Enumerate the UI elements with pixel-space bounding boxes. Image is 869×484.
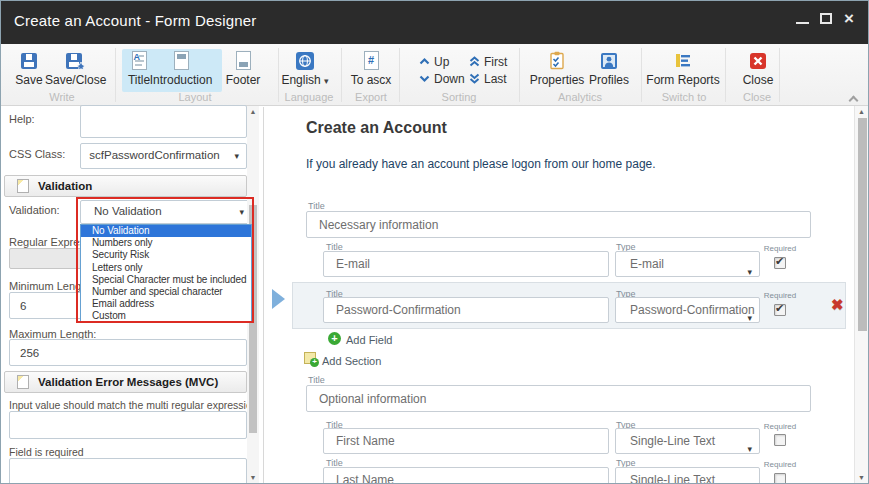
help-input[interactable] (80, 105, 247, 138)
window-close-icon: × (844, 9, 854, 29)
form-designer-window: Create an Account - Form Designer × Save… (0, 0, 869, 484)
field-title-input[interactable] (323, 297, 609, 323)
double-chevron-up-icon (469, 56, 480, 67)
toolbar-separator (341, 48, 342, 102)
validation-option[interactable]: Numbers only (81, 237, 251, 249)
error-message-2-input[interactable] (9, 458, 247, 484)
sort-up-button[interactable]: Up (419, 54, 449, 69)
language-dropdown-button[interactable]: English ▾ (279, 50, 331, 92)
validation-section-header[interactable]: Validation (4, 175, 247, 197)
validation-option[interactable]: Custom (81, 310, 251, 322)
group-label-layout: Layout (119, 91, 271, 103)
close-form-button[interactable]: Close (734, 50, 782, 92)
required-checkbox[interactable] (774, 434, 786, 446)
css-class-select[interactable]: scfPasswordConfirmation ▾ (80, 143, 247, 169)
validation-option[interactable]: Security Risk (81, 249, 251, 261)
field-type-select[interactable]: Password-Confirmation ▾ (615, 297, 760, 323)
minimize-button[interactable] (793, 9, 813, 31)
required-label: Required (762, 244, 798, 253)
footer-button[interactable]: Footer (219, 50, 267, 92)
chevron-down-icon: ▾ (747, 260, 752, 284)
scroll-down-icon[interactable]: ▼ (247, 473, 259, 483)
toolbar-separator (725, 48, 726, 102)
group-label-close: Close (729, 91, 785, 103)
maximize-button[interactable] (817, 9, 837, 31)
scroll-up-icon[interactable]: ▲ (247, 107, 259, 117)
form-heading: Create an Account (306, 119, 447, 137)
validation-option[interactable]: Email address (81, 298, 251, 310)
section-title-label: Title (308, 201, 325, 211)
group-label-export: Export (345, 91, 397, 103)
maximize-icon (820, 13, 832, 24)
required-checkbox[interactable] (774, 473, 786, 484)
sort-down-button[interactable]: Down (419, 71, 465, 86)
toolbar: Save Save/Close A Title Introduction (1, 44, 868, 106)
field-title-input[interactable] (323, 428, 609, 454)
add-field-link[interactable]: Add Field (346, 334, 392, 346)
chevron-down-icon (419, 74, 430, 83)
scroll-down-icon[interactable]: ▼ (855, 473, 868, 483)
double-chevron-down-icon (469, 73, 480, 84)
validation-option[interactable]: No Validation (81, 225, 251, 237)
save-button[interactable]: Save (9, 50, 49, 92)
save-close-button[interactable]: Save/Close (45, 50, 105, 92)
field-title-input[interactable] (323, 467, 609, 484)
field-title-input[interactable] (323, 251, 609, 277)
properties-button[interactable]: Properties (529, 50, 585, 92)
error-message-2-label: Field is required (9, 446, 84, 458)
group-label-write: Write (9, 91, 115, 103)
add-section-link[interactable]: Add Section (322, 355, 381, 367)
to-ascx-button[interactable]: # To ascx (347, 50, 395, 92)
sort-last-button[interactable]: Last (469, 71, 507, 86)
validation-option[interactable]: Number and special character (81, 286, 251, 298)
field-type-select[interactable]: E-mail ▾ (615, 251, 760, 277)
footer-doc-icon (219, 50, 267, 71)
scroll-up-icon[interactable]: ▲ (855, 107, 868, 117)
field-type-select[interactable]: Single-Line Text ▾ (615, 428, 760, 454)
collapse-toolbar-button[interactable] (850, 94, 858, 102)
selected-field-pointer-icon (272, 289, 285, 309)
minimize-icon (796, 22, 809, 24)
required-checkbox[interactable] (774, 304, 786, 316)
introduction-button[interactable]: Introduction (149, 50, 213, 92)
validation-select[interactable]: No Validation ▾ (80, 200, 252, 224)
form-intro: If you already have an account please lo… (306, 157, 656, 171)
validation-option[interactable]: Letters only (81, 262, 251, 274)
error-messages-section-header[interactable]: Validation Error Messages (MVC) (4, 371, 247, 393)
chevron-down-icon: ▾ (747, 306, 752, 330)
chevron-down-icon: ▾ (239, 207, 244, 217)
required-checkbox[interactable] (774, 257, 786, 269)
error-message-1-input[interactable] (9, 411, 247, 439)
validation-option[interactable]: Special Character must be included (81, 274, 251, 286)
profiles-person-icon (585, 50, 633, 71)
section-page-icon (17, 375, 29, 389)
section-title-input[interactable] (306, 211, 811, 238)
help-label: Help: (9, 113, 35, 125)
group-label-sorting: Sorting (403, 91, 515, 103)
add-field-icon[interactable]: + (328, 332, 341, 345)
introduction-doc-icon (149, 50, 213, 71)
section-title-label: Title (308, 375, 325, 385)
form-scrollbar[interactable]: ▲ ▼ (854, 106, 868, 484)
add-section-icon[interactable]: + (304, 352, 316, 364)
panel-divider (263, 107, 264, 484)
toolbar-separator (115, 48, 116, 102)
globe-icon (279, 50, 331, 71)
chevron-down-icon: ▾ (747, 437, 752, 461)
form-reports-icon (645, 50, 721, 71)
field-type-select[interactable]: Single-Line Text ▾ (615, 467, 760, 484)
profiles-button[interactable]: Profiles (585, 50, 633, 92)
chevron-down-icon: ▾ (234, 151, 239, 161)
delete-field-icon[interactable]: ✖ (831, 296, 844, 314)
chevron-up-icon (849, 96, 859, 106)
section-title-input[interactable] (306, 385, 811, 412)
window-title: Create an Account - Form Designer (14, 12, 257, 29)
section-page-icon (17, 179, 29, 193)
form-reports-button[interactable]: Form Reports (645, 50, 721, 92)
maximum-length-input[interactable] (9, 339, 247, 366)
toolbar-separator (641, 48, 642, 102)
form-scrollbar-thumb[interactable] (858, 118, 867, 331)
sort-first-button[interactable]: First (469, 54, 507, 69)
group-label-switch-to: Switch to (645, 91, 723, 103)
close-window-button[interactable]: × (842, 9, 862, 31)
